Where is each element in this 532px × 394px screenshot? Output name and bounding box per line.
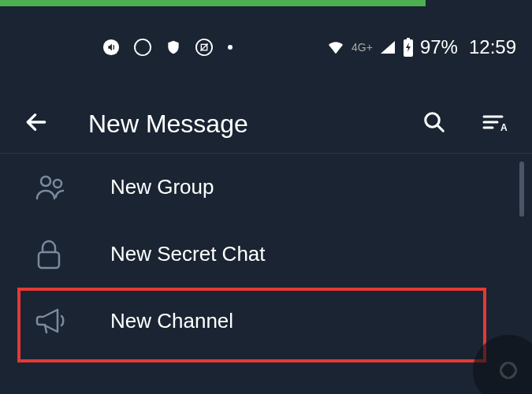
new-channel-item[interactable]: New Channel	[0, 288, 532, 355]
scroll-indicator[interactable]	[519, 162, 524, 217]
dot-icon	[227, 44, 233, 50]
page-title: New Message	[88, 110, 422, 139]
moon-icon	[134, 39, 151, 56]
menu-item-label: New Channel	[110, 309, 233, 333]
svg-point-1	[135, 39, 151, 55]
menu-item-label: New Secret Chat	[110, 242, 266, 266]
wifi-icon	[326, 39, 345, 55]
status-right: 4G+ 97% 12:59	[326, 36, 516, 58]
top-green-bar	[0, 0, 426, 6]
time-label: 12:59	[469, 36, 516, 58]
svg-point-16	[54, 180, 61, 188]
signal-icon	[379, 39, 396, 55]
svg-line-10	[437, 125, 444, 132]
status-bar: 4G+ 97% 12:59	[0, 32, 532, 63]
battery-percent: 97%	[420, 36, 458, 58]
screenshot-icon	[195, 39, 213, 56]
back-button[interactable]	[24, 110, 49, 138]
new-secret-chat-item[interactable]: New Secret Chat	[0, 221, 532, 288]
svg-point-5	[228, 45, 233, 50]
svg-rect-17	[39, 252, 59, 268]
sort-button[interactable]: A	[482, 110, 508, 137]
battery-icon	[403, 38, 414, 57]
group-icon	[35, 173, 75, 202]
header-actions: A	[422, 110, 508, 137]
menu-item-label: New Group	[110, 175, 214, 199]
network-label: 4G+	[352, 41, 373, 54]
app-header: New Message A	[0, 95, 532, 154]
svg-point-18	[500, 362, 516, 378]
status-left-icons	[102, 39, 233, 56]
shield-icon	[166, 39, 181, 56]
svg-rect-6	[407, 38, 410, 39]
svg-text:A: A	[500, 122, 508, 133]
lock-icon	[35, 239, 75, 270]
search-button[interactable]	[422, 110, 446, 137]
menu-list: New Group New Secret Chat New Channel	[0, 154, 532, 355]
volume-icon	[102, 39, 120, 56]
new-group-item[interactable]: New Group	[0, 154, 532, 221]
megaphone-icon	[35, 306, 75, 337]
svg-point-15	[41, 177, 50, 186]
